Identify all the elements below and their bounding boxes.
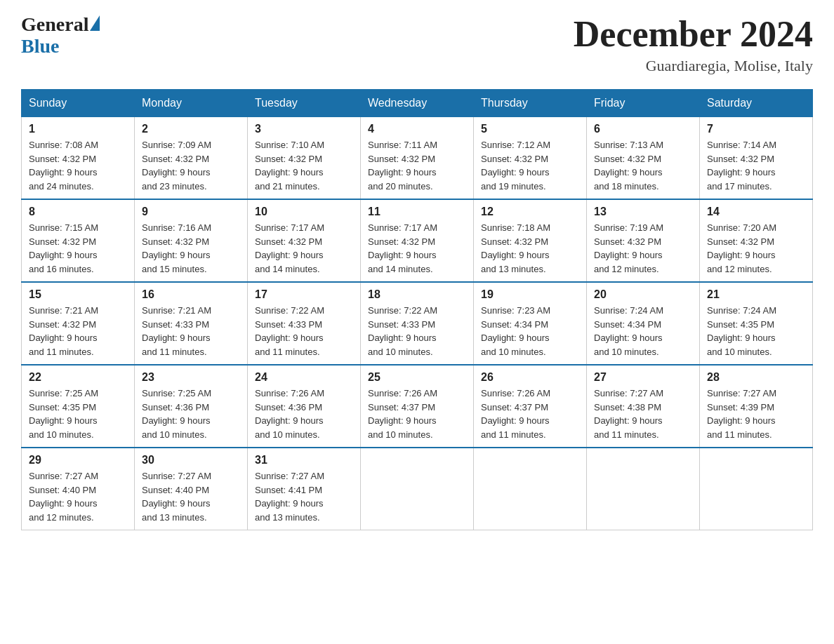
day-number: 30: [142, 454, 240, 467]
logo-triangle-icon: [90, 15, 100, 31]
table-row: 30 Sunrise: 7:27 AM Sunset: 4:40 PM Dayl…: [135, 448, 248, 530]
table-row: 5 Sunrise: 7:12 AM Sunset: 4:32 PM Dayli…: [474, 117, 587, 200]
day-number: 3: [255, 123, 353, 135]
table-row: 7 Sunrise: 7:14 AM Sunset: 4:32 PM Dayli…: [700, 117, 813, 200]
day-info: Sunrise: 7:16 AM Sunset: 4:32 PM Dayligh…: [142, 221, 240, 276]
day-info: Sunrise: 7:21 AM Sunset: 4:33 PM Dayligh…: [142, 304, 240, 358]
day-info: Sunrise: 7:27 AM Sunset: 4:39 PM Dayligh…: [707, 387, 805, 441]
day-info: Sunrise: 7:11 AM Sunset: 4:32 PM Dayligh…: [368, 138, 466, 193]
day-number: 14: [707, 206, 805, 218]
col-wednesday: Wednesday: [361, 90, 474, 117]
page-header: General Blue December 2024 Guardiaregia,…: [21, 14, 813, 75]
col-saturday: Saturday: [700, 90, 813, 117]
table-row: 11 Sunrise: 7:17 AM Sunset: 4:32 PM Dayl…: [361, 199, 474, 282]
table-row: 15 Sunrise: 7:21 AM Sunset: 4:32 PM Dayl…: [22, 282, 135, 365]
day-number: 9: [142, 206, 240, 218]
day-number: 22: [29, 371, 127, 384]
day-number: 17: [255, 288, 353, 301]
day-number: 16: [142, 288, 240, 301]
calendar-header-row: Sunday Monday Tuesday Wednesday Thursday…: [22, 90, 813, 117]
table-row: 24 Sunrise: 7:26 AM Sunset: 4:36 PM Dayl…: [248, 365, 361, 448]
table-row: 18 Sunrise: 7:22 AM Sunset: 4:33 PM Dayl…: [361, 282, 474, 365]
table-row: 13 Sunrise: 7:19 AM Sunset: 4:32 PM Dayl…: [587, 199, 700, 282]
day-number: 8: [29, 206, 127, 218]
table-row: 8 Sunrise: 7:15 AM Sunset: 4:32 PM Dayli…: [22, 199, 135, 282]
day-info: Sunrise: 7:10 AM Sunset: 4:32 PM Dayligh…: [255, 138, 353, 193]
day-number: 26: [481, 371, 579, 384]
table-row: 27 Sunrise: 7:27 AM Sunset: 4:38 PM Dayl…: [587, 365, 700, 448]
table-row: 19 Sunrise: 7:23 AM Sunset: 4:34 PM Dayl…: [474, 282, 587, 365]
day-number: 6: [594, 123, 692, 135]
day-info: Sunrise: 7:12 AM Sunset: 4:32 PM Dayligh…: [481, 138, 579, 193]
month-title: December 2024: [574, 14, 813, 54]
day-number: 25: [368, 371, 466, 384]
title-block: December 2024 Guardiaregia, Molise, Ital…: [574, 14, 813, 75]
table-row: 23 Sunrise: 7:25 AM Sunset: 4:36 PM Dayl…: [135, 365, 248, 448]
table-row: [587, 448, 700, 530]
day-number: 29: [29, 454, 127, 467]
col-monday: Monday: [135, 90, 248, 117]
day-info: Sunrise: 7:23 AM Sunset: 4:34 PM Dayligh…: [481, 304, 579, 358]
day-info: Sunrise: 7:09 AM Sunset: 4:32 PM Dayligh…: [142, 138, 240, 193]
calendar-week-row: 22 Sunrise: 7:25 AM Sunset: 4:35 PM Dayl…: [22, 365, 813, 448]
calendar-week-row: 8 Sunrise: 7:15 AM Sunset: 4:32 PM Dayli…: [22, 199, 813, 282]
col-sunday: Sunday: [22, 90, 135, 117]
day-number: 31: [255, 454, 353, 467]
table-row: 14 Sunrise: 7:20 AM Sunset: 4:32 PM Dayl…: [700, 199, 813, 282]
day-info: Sunrise: 7:25 AM Sunset: 4:36 PM Dayligh…: [142, 387, 240, 441]
day-number: 19: [481, 288, 579, 301]
logo-blue-text: Blue: [21, 35, 59, 57]
day-info: Sunrise: 7:21 AM Sunset: 4:32 PM Dayligh…: [29, 304, 127, 358]
table-row: 4 Sunrise: 7:11 AM Sunset: 4:32 PM Dayli…: [361, 117, 474, 200]
day-number: 18: [368, 288, 466, 301]
table-row: 1 Sunrise: 7:08 AM Sunset: 4:32 PM Dayli…: [22, 117, 135, 200]
table-row: [700, 448, 813, 530]
col-tuesday: Tuesday: [248, 90, 361, 117]
calendar-table: Sunday Monday Tuesday Wednesday Thursday…: [21, 89, 813, 530]
table-row: 22 Sunrise: 7:25 AM Sunset: 4:35 PM Dayl…: [22, 365, 135, 448]
day-info: Sunrise: 7:27 AM Sunset: 4:40 PM Dayligh…: [142, 469, 240, 524]
table-row: 9 Sunrise: 7:16 AM Sunset: 4:32 PM Dayli…: [135, 199, 248, 282]
day-number: 4: [368, 123, 466, 135]
day-info: Sunrise: 7:17 AM Sunset: 4:32 PM Dayligh…: [255, 221, 353, 276]
day-number: 12: [481, 206, 579, 218]
table-row: 6 Sunrise: 7:13 AM Sunset: 4:32 PM Dayli…: [587, 117, 700, 200]
day-number: 1: [29, 123, 127, 135]
table-row: [474, 448, 587, 530]
col-friday: Friday: [587, 90, 700, 117]
table-row: 20 Sunrise: 7:24 AM Sunset: 4:34 PM Dayl…: [587, 282, 700, 365]
day-number: 13: [594, 206, 692, 218]
logo: General Blue: [21, 14, 100, 58]
table-row: 26 Sunrise: 7:26 AM Sunset: 4:37 PM Dayl…: [474, 365, 587, 448]
table-row: 29 Sunrise: 7:27 AM Sunset: 4:40 PM Dayl…: [22, 448, 135, 530]
day-info: Sunrise: 7:26 AM Sunset: 4:37 PM Dayligh…: [481, 387, 579, 441]
day-info: Sunrise: 7:20 AM Sunset: 4:32 PM Dayligh…: [707, 221, 805, 276]
day-info: Sunrise: 7:27 AM Sunset: 4:41 PM Dayligh…: [255, 469, 353, 524]
day-info: Sunrise: 7:25 AM Sunset: 4:35 PM Dayligh…: [29, 387, 127, 441]
logo-general-text: General: [21, 14, 88, 36]
day-number: 10: [255, 206, 353, 218]
table-row: 21 Sunrise: 7:24 AM Sunset: 4:35 PM Dayl…: [700, 282, 813, 365]
calendar-week-row: 29 Sunrise: 7:27 AM Sunset: 4:40 PM Dayl…: [22, 448, 813, 530]
table-row: 2 Sunrise: 7:09 AM Sunset: 4:32 PM Dayli…: [135, 117, 248, 200]
table-row: 16 Sunrise: 7:21 AM Sunset: 4:33 PM Dayl…: [135, 282, 248, 365]
day-number: 5: [481, 123, 579, 135]
day-number: 2: [142, 123, 240, 135]
day-number: 7: [707, 123, 805, 135]
location-title: Guardiaregia, Molise, Italy: [574, 57, 813, 75]
table-row: [361, 448, 474, 530]
calendar-week-row: 1 Sunrise: 7:08 AM Sunset: 4:32 PM Dayli…: [22, 117, 813, 200]
day-number: 11: [368, 206, 466, 218]
day-info: Sunrise: 7:15 AM Sunset: 4:32 PM Dayligh…: [29, 221, 127, 276]
day-number: 15: [29, 288, 127, 301]
table-row: 3 Sunrise: 7:10 AM Sunset: 4:32 PM Dayli…: [248, 117, 361, 200]
table-row: 25 Sunrise: 7:26 AM Sunset: 4:37 PM Dayl…: [361, 365, 474, 448]
day-info: Sunrise: 7:14 AM Sunset: 4:32 PM Dayligh…: [707, 138, 805, 193]
day-info: Sunrise: 7:22 AM Sunset: 4:33 PM Dayligh…: [255, 304, 353, 358]
day-info: Sunrise: 7:26 AM Sunset: 4:36 PM Dayligh…: [255, 387, 353, 441]
day-info: Sunrise: 7:24 AM Sunset: 4:34 PM Dayligh…: [594, 304, 692, 358]
day-info: Sunrise: 7:27 AM Sunset: 4:38 PM Dayligh…: [594, 387, 692, 441]
day-info: Sunrise: 7:18 AM Sunset: 4:32 PM Dayligh…: [481, 221, 579, 276]
table-row: 28 Sunrise: 7:27 AM Sunset: 4:39 PM Dayl…: [700, 365, 813, 448]
calendar-week-row: 15 Sunrise: 7:21 AM Sunset: 4:32 PM Dayl…: [22, 282, 813, 365]
